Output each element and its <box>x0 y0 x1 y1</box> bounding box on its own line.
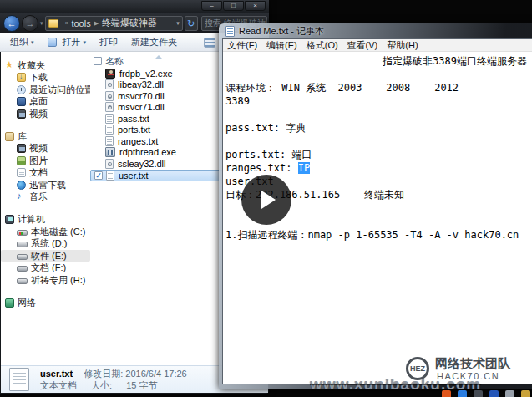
documents-icon <box>17 168 26 177</box>
taskbar-icon[interactable] <box>458 390 467 397</box>
notepad-line: ranges.txt: IP <box>225 161 532 175</box>
sidebar-group-label: 收藏夹 <box>18 59 45 72</box>
drive-c-icon <box>17 230 28 236</box>
address-bar[interactable]: « tools ▶ 终端爆破神器 ▾ <box>45 16 183 31</box>
selected-file-icon <box>9 368 29 391</box>
toolbar-button-打开[interactable]: 打开▾ <box>41 34 94 51</box>
file-name: ranges.txt <box>118 136 158 146</box>
notepad-line: ports.txt: 端口 <box>225 148 532 161</box>
notepad-menu-item[interactable]: 编辑(E) <box>266 39 297 52</box>
notepad-line <box>225 68 532 81</box>
sidebar-item[interactable]: 软件 (E:) <box>1 250 90 262</box>
sidebar-item[interactable]: 下载 <box>1 72 90 84</box>
sidebar-item-label: 软件 (E:) <box>31 250 67 262</box>
notepad-line: 课程环境： WIN 系统 2003 2008 2012 <box>225 81 532 94</box>
sidebar-item[interactable]: 音乐 <box>1 191 90 203</box>
sidebar-item-label: 祈祷专用 (H:) <box>31 274 85 287</box>
notepad-menu-item[interactable]: 格式(O) <box>307 39 338 52</box>
sidebar-group-header[interactable]: 收藏夹 <box>1 59 90 71</box>
notepad-line: 3389 <box>225 94 532 108</box>
toolbar-button-组织[interactable]: 组织▾ <box>3 34 41 51</box>
sidebar-item-label: 音乐 <box>29 191 48 203</box>
sidebar-item[interactable]: 系统 (D:) <box>1 238 90 250</box>
sidebar-item-label: 视频 <box>29 142 48 155</box>
taskbar-icon[interactable] <box>474 390 483 397</box>
window-controls: – □ × <box>200 1 266 11</box>
taskbar-icon[interactable] <box>489 390 499 397</box>
taskbar-icon[interactable] <box>505 390 514 397</box>
notepad-menu-item[interactable]: 查看(V) <box>347 39 378 52</box>
sidebar-item[interactable]: 图片 <box>1 155 90 166</box>
notepad-icon <box>225 26 235 37</box>
thunder-icon <box>17 181 26 190</box>
sidebar-item[interactable]: 文档 <box>1 167 90 179</box>
breadcrumb-root[interactable]: tools <box>71 18 90 28</box>
notepad-titlebar[interactable]: Read Me.txt - 记事本 <box>225 25 324 38</box>
computer-icon <box>5 215 14 224</box>
sidebar-group-header[interactable]: 库 <box>1 130 90 142</box>
file-name: rdpthread.exe <box>119 147 176 157</box>
drive-icon <box>17 242 28 247</box>
address-dropdown-icon[interactable]: ▾ <box>173 20 180 27</box>
file-checkbox[interactable] <box>94 171 103 180</box>
drive-icon <box>17 254 28 260</box>
sidebar-item-label: 文档 (F:) <box>31 262 66 274</box>
details-modified-label: 修改日期: <box>84 369 123 379</box>
chevron-down-icon: ▾ <box>84 39 87 46</box>
file-name: msvcr71.dll <box>118 102 165 112</box>
notepad-line: pass.txt: 字典 <box>225 121 532 135</box>
file-icon <box>105 79 114 89</box>
details-size-value: 15 字节 <box>126 380 157 390</box>
explorer-titlebar: – □ × <box>0 0 269 13</box>
play-button[interactable] <box>241 175 291 225</box>
file-name: user.txt <box>119 171 148 181</box>
select-all-checkbox[interactable] <box>94 57 102 65</box>
sidebar-item-label: 最近访问的位置 <box>29 84 90 96</box>
file-icon <box>105 136 114 146</box>
sidebar-item-label: 本地磁盘 (C:) <box>31 226 85 238</box>
sidebar-group-header[interactable]: 计算机 <box>1 214 90 226</box>
history-dropdown-icon[interactable]: ▾ <box>40 20 43 27</box>
back-button[interactable]: ← <box>3 15 20 32</box>
notepad-title: Read Me.txt - 记事本 <box>239 25 324 38</box>
sidebar-item[interactable]: 迅雷下载 <box>1 179 90 191</box>
library-icon <box>5 132 14 141</box>
toolbar-button-新建文件夹[interactable]: 新建文件夹 <box>124 34 184 51</box>
download-folder-icon <box>17 73 26 82</box>
text-run: ranges.txt: <box>225 162 298 174</box>
notepad-menu-item[interactable]: 文件(F) <box>227 39 257 52</box>
drive-icon <box>17 278 28 284</box>
refresh-button[interactable]: ↻ <box>185 16 198 31</box>
sidebar-item[interactable]: 视频 <box>1 108 90 120</box>
notepad-menu-item[interactable]: 帮助(H) <box>387 39 418 52</box>
taskbar-icon[interactable] <box>442 390 451 397</box>
recent-icon <box>17 85 26 94</box>
minimize-button[interactable]: – <box>201 1 222 11</box>
sidebar-item[interactable]: 文档 (F:) <box>1 262 90 274</box>
notepad-menubar: 文件(F)编辑(E)格式(O)查看(V)帮助(H) <box>223 39 532 52</box>
play-icon <box>261 191 276 209</box>
pictures-icon <box>17 156 26 165</box>
sidebar-item[interactable]: 最近访问的位置 <box>1 84 90 95</box>
sidebar-item[interactable]: 本地磁盘 (C:) <box>1 226 90 237</box>
sidebar-item[interactable]: 桌面 <box>1 96 90 108</box>
sidebar-group-header[interactable]: 网络 <box>1 297 90 308</box>
breadcrumb-separator-icon[interactable]: ▶ <box>94 20 99 27</box>
toolbar-button-打印[interactable]: 打印 <box>93 34 124 51</box>
breadcrumb-current[interactable]: 终端爆破神器 <box>102 17 157 29</box>
file-icon <box>105 159 114 169</box>
close-button[interactable]: × <box>245 1 266 11</box>
star-icon <box>5 61 14 70</box>
taskbar-icon[interactable] <box>521 390 530 397</box>
sidebar-item[interactable]: 视频 <box>1 143 90 155</box>
file-icon <box>105 102 114 112</box>
file-icon <box>105 125 114 135</box>
sidebar-group-label: 网络 <box>18 297 36 309</box>
forward-button[interactable]: → <box>22 15 38 32</box>
maximize-button[interactable]: □ <box>223 1 244 11</box>
navigation-pane: 收藏夹下载最近访问的位置桌面视频库视频图片文档迅雷下载音乐计算机本地磁盘 (C:… <box>1 52 90 365</box>
network-icon <box>5 298 14 308</box>
views-icon[interactable] <box>204 38 215 48</box>
sidebar-item[interactable]: 祈祷专用 (H:) <box>1 274 90 286</box>
video-icon <box>17 109 26 119</box>
